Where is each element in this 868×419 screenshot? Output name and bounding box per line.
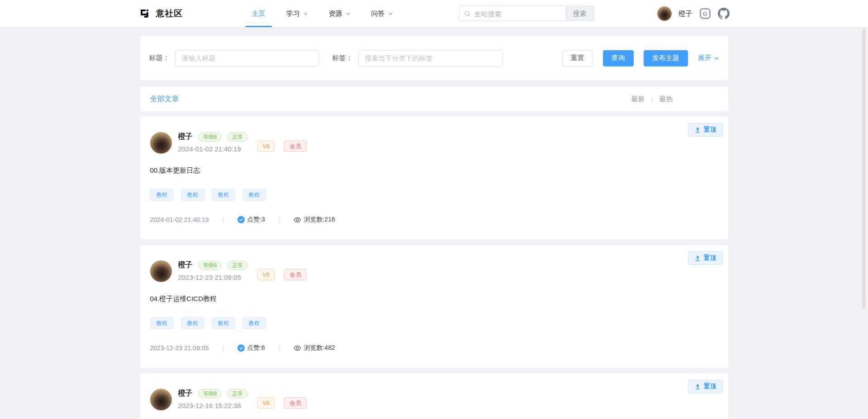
views-stat: 浏览数:216 <box>294 216 335 224</box>
vip-badge: V8 <box>257 141 275 152</box>
github-icon[interactable] <box>718 8 730 19</box>
publish-topic-button[interactable]: 发布主题 <box>644 50 688 66</box>
author-avatar[interactable] <box>150 132 172 154</box>
title-filter-input[interactable] <box>175 50 319 66</box>
gitee-icon[interactable]: G <box>700 8 711 19</box>
post-datetime: 2023-12-16 15:22:38 <box>178 402 248 410</box>
search-input[interactable] <box>474 10 561 18</box>
eye-icon <box>294 344 301 352</box>
divider: | <box>223 344 224 352</box>
eye-icon <box>294 216 301 224</box>
level-badge: 等级8 <box>198 132 222 141</box>
author-name[interactable]: 橙子 <box>178 132 193 141</box>
user-avatar[interactable] <box>657 6 672 21</box>
likes-stat: 点赞:6 <box>237 344 265 352</box>
post-tag[interactable]: 教程 <box>212 317 235 329</box>
site-logo[interactable]: 意社区 <box>139 8 183 19</box>
divider: | <box>223 216 224 223</box>
pin-button-label: 置顶 <box>704 382 716 391</box>
member-badge: 会员 <box>284 397 307 409</box>
reset-button[interactable]: 重置 <box>562 50 593 66</box>
title-filter-label: 标题： <box>149 54 170 62</box>
expand-toggle[interactable]: 展开 <box>698 54 719 62</box>
likes-label: 点赞:6 <box>247 344 265 352</box>
views-label: 浏览数:482 <box>304 344 335 352</box>
pin-up-icon <box>694 127 701 133</box>
author-name[interactable]: 橙子 <box>178 389 193 398</box>
chevron-down-icon <box>388 11 393 16</box>
chevron-down-icon <box>346 11 351 16</box>
filter-bar: 标题： 标签： 重置 查询 发布主题 展开 <box>140 36 728 80</box>
expand-label: 展开 <box>698 54 711 62</box>
likes-label: 点赞:3 <box>247 216 265 224</box>
post-card: 置顶 橙子 等级8 正常 2023-12-16 15:22:38 V8 会员 <box>140 373 728 419</box>
sort-hottest[interactable]: 最热 <box>659 95 673 104</box>
divider: | <box>279 216 280 223</box>
post-card: 置顶 橙子 等级8 正常 2024-01-02 21:40:19 V8 会员 0… <box>140 117 728 240</box>
post-datetime: 2024-01-02 21:40:19 <box>178 145 248 153</box>
level-badge: 等级8 <box>198 261 222 270</box>
tag-filter-input[interactable] <box>358 50 503 66</box>
pin-button[interactable]: 置顶 <box>688 251 723 265</box>
author-avatar[interactable] <box>150 389 172 410</box>
nav-item-qa-label: 问答 <box>371 9 385 18</box>
pin-button-label: 置顶 <box>704 254 716 262</box>
list-header: 全部文章 最新 | 最热 <box>140 87 728 111</box>
scrollbar-thumb[interactable] <box>862 29 866 309</box>
post-tag[interactable]: 教程 <box>150 317 174 329</box>
top-header: 意社区 主页 学习 资源 问答 <box>0 0 868 27</box>
views-label: 浏览数:216 <box>304 216 335 224</box>
check-circle-icon <box>237 216 245 223</box>
vip-badge: V8 <box>257 397 275 409</box>
footer-datetime: 2023-12-23 21:09:05 <box>150 344 209 352</box>
search-button[interactable]: 搜索 <box>566 6 594 21</box>
author-name[interactable]: 橙子 <box>178 260 193 270</box>
pin-button-label: 置顶 <box>704 126 716 134</box>
site-title: 意社区 <box>156 8 183 19</box>
likes-stat: 点赞:3 <box>237 216 265 224</box>
pin-button[interactable]: 置顶 <box>688 380 723 393</box>
views-stat: 浏览数:482 <box>294 344 335 352</box>
nav-item-home[interactable]: 主页 <box>252 0 266 27</box>
chevron-down-icon <box>714 56 719 61</box>
post-tag[interactable]: 教程 <box>181 317 204 329</box>
nav-item-qa[interactable]: 问答 <box>371 0 393 27</box>
post-title[interactable]: 00.版本更新日志 <box>150 166 718 175</box>
member-badge: 会员 <box>284 269 307 280</box>
pin-up-icon <box>694 255 701 262</box>
footer-datetime: 2024-01-02 21:40:19 <box>150 216 209 223</box>
post-tag[interactable]: 教程 <box>242 189 266 201</box>
check-circle-icon <box>237 344 245 352</box>
pin-up-icon <box>694 383 701 390</box>
nav-item-resources[interactable]: 资源 <box>329 0 351 27</box>
nav-item-learn[interactable]: 学习 <box>286 0 308 27</box>
pin-button[interactable]: 置顶 <box>688 123 723 137</box>
post-tag[interactable]: 教程 <box>212 189 235 201</box>
vip-badge: V8 <box>257 269 275 280</box>
nav-item-resources-label: 资源 <box>329 9 342 18</box>
site-logo-icon <box>139 8 151 19</box>
status-badge: 正常 <box>227 389 248 398</box>
divider: | <box>279 344 280 352</box>
username[interactable]: 橙子 <box>679 9 693 18</box>
nav-item-home-label: 主页 <box>252 9 266 18</box>
user-area: 橙子 G <box>657 6 730 21</box>
post-title[interactable]: 04.橙子运维CICD教程 <box>150 295 718 303</box>
author-avatar[interactable] <box>150 260 172 282</box>
tab-all-articles[interactable]: 全部文章 <box>150 94 179 104</box>
post-datetime: 2023-12-23 21:09:05 <box>178 273 248 281</box>
sort-divider: | <box>651 95 653 103</box>
site-search: 搜索 <box>459 6 594 21</box>
sort-newest[interactable]: 最新 <box>631 95 645 104</box>
query-button[interactable]: 查询 <box>603 50 634 66</box>
chevron-down-icon <box>303 11 308 16</box>
post-tag[interactable]: 教程 <box>150 189 174 201</box>
post-tag[interactable]: 教程 <box>181 189 204 201</box>
tag-filter-label: 标签： <box>332 54 353 62</box>
search-icon <box>464 10 471 17</box>
post-tag[interactable]: 教程 <box>242 317 266 329</box>
level-badge: 等级8 <box>198 389 222 398</box>
nav-item-learn-label: 学习 <box>286 9 300 18</box>
member-badge: 会员 <box>284 141 307 152</box>
post-card: 置顶 橙子 等级8 正常 2023-12-23 21:09:05 V8 会员 0… <box>140 245 728 368</box>
